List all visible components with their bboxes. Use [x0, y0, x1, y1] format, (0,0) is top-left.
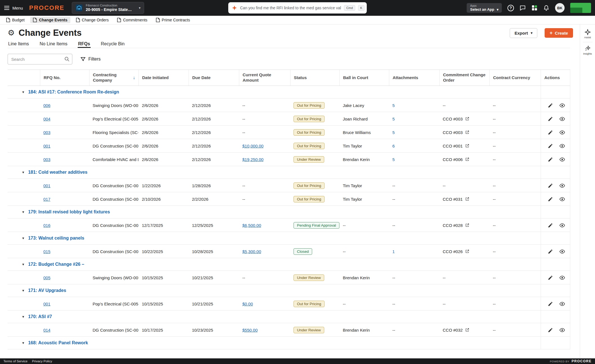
view-button[interactable] [559, 196, 565, 202]
column-contracting-company[interactable]: Contracting Company↓ [89, 70, 138, 86]
edit-button[interactable] [547, 248, 553, 254]
view-button[interactable] [559, 102, 565, 108]
edit-button[interactable] [547, 196, 553, 202]
group-header-row[interactable]: ▼ 168: Acoustic Panel Rework [8, 337, 570, 349]
privacy-policy-link[interactable]: Privacy Policy [32, 359, 52, 363]
notifications-button[interactable] [543, 5, 549, 11]
toolnav-item-budget[interactable]: Budget [3, 17, 27, 23]
group-header-row[interactable]: ▼ 184: ASI #17: Conference Room Re-desig… [8, 86, 570, 99]
external-link-icon[interactable] [465, 157, 469, 162]
edit-button[interactable] [547, 116, 553, 122]
tab-recycle-bin[interactable]: Recycle Bin [100, 40, 125, 48]
view-button[interactable] [559, 129, 565, 135]
group-title[interactable]: 179: Install revised lobby light fixture… [28, 209, 110, 215]
edit-button[interactable] [547, 143, 553, 149]
column-contract-currency[interactable]: Contract Currency [489, 70, 541, 86]
terms-of-service-link[interactable]: Terms of Service [3, 359, 28, 363]
column-date-initiated[interactable]: Date Initiated [138, 70, 189, 86]
collapse-group-icon[interactable]: ▼ [22, 289, 25, 292]
tab-no-line-items[interactable]: No Line Items [39, 40, 68, 48]
export-button[interactable]: Export ▾ [510, 28, 537, 38]
quote-amount-text[interactable]: $0.00 [242, 302, 253, 306]
edit-button[interactable] [547, 274, 553, 281]
procore-logo[interactable]: PROCORE [29, 4, 64, 12]
rfq-number-link[interactable]: 001 [43, 302, 50, 306]
view-button[interactable] [559, 156, 565, 162]
edit-button[interactable] [547, 129, 553, 135]
insights-button[interactable]: Insights [580, 44, 595, 57]
view-button[interactable] [559, 222, 565, 228]
attachments-count[interactable]: 5 [392, 157, 395, 162]
column-due-date[interactable]: Due Date [189, 70, 239, 86]
view-button[interactable] [559, 327, 565, 333]
help-button[interactable]: ? [507, 5, 514, 11]
rfq-number-link[interactable]: 006 [43, 103, 50, 108]
apps-dropdown[interactable]: Apps Select an App ▾ [467, 3, 502, 13]
edit-button[interactable] [547, 222, 553, 228]
view-button[interactable] [559, 116, 565, 122]
edit-button[interactable] [547, 102, 553, 108]
edit-button[interactable] [547, 327, 553, 333]
attachments-count[interactable]: 5 [392, 117, 395, 121]
external-link-icon[interactable] [465, 328, 469, 332]
collapse-group-icon[interactable]: ▼ [22, 315, 25, 318]
rfq-number-link[interactable]: 004 [43, 117, 50, 121]
chat-button[interactable] [520, 5, 526, 11]
attachments-count[interactable]: 5 [392, 130, 395, 135]
attachments-count[interactable]: 1 [392, 249, 395, 254]
column-ball-in-court[interactable]: Ball in Court [339, 70, 389, 86]
column-rfq-no[interactable]: RFQ No. [40, 70, 89, 86]
external-link-icon[interactable] [465, 223, 469, 227]
search-input[interactable] [8, 54, 72, 64]
group-title[interactable]: 173: Walnut ceiling panels [28, 236, 84, 241]
column-attachments[interactable]: Attachments [389, 70, 439, 86]
attachments-count[interactable]: 6 [392, 144, 395, 148]
rfq-number-link[interactable]: 016 [43, 223, 50, 228]
rfq-number-link[interactable]: 001 [43, 144, 50, 148]
group-title[interactable]: 168: Acoustic Panel Rework [28, 340, 88, 345]
rfq-number-link[interactable]: 001 [43, 183, 50, 188]
collapse-group-icon[interactable]: ▼ [22, 210, 25, 214]
project-selector[interactable]: Fibonacci Construction 20-9005 - Empire … [72, 2, 144, 14]
group-title[interactable]: 184: ASI #17: Conference Room Re-design [28, 90, 119, 95]
sort-desc-icon[interactable]: ↓ [133, 75, 135, 81]
group-header-row[interactable]: ▼ 170: ASI #7 [8, 311, 570, 323]
group-header-row[interactable]: ▼ 172: Budget Change #26 – [8, 258, 570, 271]
rfq-number-link[interactable]: 003 [43, 157, 50, 162]
rfq-number-link[interactable]: 003 [43, 130, 50, 135]
apps-grid-button[interactable] [531, 5, 538, 11]
group-title[interactable]: 181: Cold weather additives [28, 170, 88, 175]
column-commitment-change-order[interactable]: Commitment Change Order [439, 70, 489, 86]
attachments-count[interactable]: 5 [392, 103, 395, 108]
filters-button[interactable]: Filters [80, 56, 101, 62]
group-header-row[interactable]: ▼ 179: Install revised lobby light fixtu… [8, 206, 570, 218]
toolnav-item-change-events[interactable]: Change Events [30, 17, 70, 23]
quote-amount-text[interactable]: $6,500.00 [242, 223, 261, 228]
menu-button[interactable]: Menu [4, 6, 23, 10]
edit-button[interactable] [547, 182, 553, 189]
column-status[interactable]: Status [290, 70, 339, 86]
group-header-row[interactable]: ▼ 181: Cold weather additives [8, 166, 570, 179]
rfq-number-link[interactable]: 015 [43, 249, 50, 254]
rfq-number-link[interactable]: 005 [43, 275, 50, 280]
configure-tool-gear-icon[interactable]: ⚙ [8, 29, 15, 37]
view-button[interactable] [559, 274, 565, 281]
rfq-number-link[interactable]: 014 [43, 328, 50, 332]
quote-amount-text[interactable]: $550.00 [242, 328, 258, 332]
collapse-group-icon[interactable]: ▼ [22, 171, 25, 174]
assist-button[interactable]: Assist [580, 27, 595, 41]
collapse-group-icon[interactable]: ▼ [22, 236, 25, 240]
toolnav-item-prime-contracts[interactable]: Prime Contracts [153, 17, 193, 23]
collapse-group-icon[interactable]: ▼ [22, 90, 25, 94]
group-header-row[interactable]: ▼ 171: AV Upgrades [8, 284, 570, 297]
external-link-icon[interactable] [465, 130, 469, 135]
tab-line-items[interactable]: Line Items [8, 40, 30, 48]
create-button[interactable]: + Create [545, 28, 573, 38]
external-link-icon[interactable] [465, 249, 469, 254]
external-link-icon[interactable] [465, 197, 469, 201]
quote-amount-text[interactable]: $10,000.00 [242, 144, 263, 148]
edit-button[interactable] [547, 156, 553, 162]
group-title[interactable]: 171: AV Upgrades [28, 288, 66, 293]
edit-button[interactable] [547, 301, 553, 307]
rfq-number-link[interactable]: 017 [43, 197, 50, 202]
